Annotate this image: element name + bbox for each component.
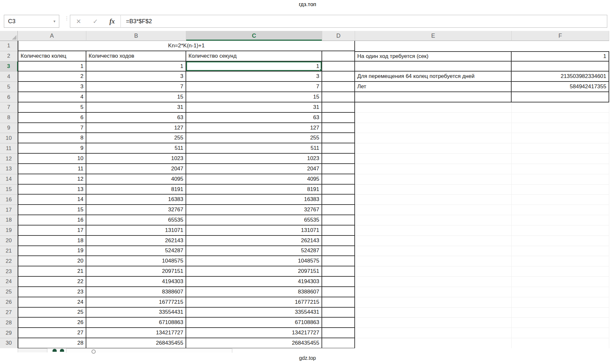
cell-f17[interactable]: [512, 205, 609, 215]
cell-e5[interactable]: Лет: [355, 82, 512, 92]
row-header-1[interactable]: 1: [0, 41, 18, 51]
cell-c20[interactable]: 262143: [186, 236, 322, 246]
cell-e9[interactable]: [355, 123, 512, 133]
cell-b16[interactable]: 16383: [86, 195, 186, 205]
cell-f14[interactable]: [512, 174, 609, 185]
cell-c4[interactable]: 3: [186, 72, 322, 82]
row-header-12[interactable]: 12: [0, 154, 18, 164]
row-header-2[interactable]: 2: [0, 51, 18, 62]
cell-b5[interactable]: 7: [86, 82, 186, 92]
cell-a6[interactable]: 4: [18, 92, 86, 102]
row-header-27[interactable]: 27: [0, 308, 18, 318]
cell-c9[interactable]: 127: [186, 123, 322, 133]
cell-b29[interactable]: 134217727: [86, 328, 186, 338]
cell-e3[interactable]: [355, 62, 512, 72]
column-header-d[interactable]: D: [322, 31, 355, 41]
cell-d17[interactable]: [322, 205, 355, 215]
cell-c7[interactable]: 31: [186, 102, 322, 113]
cell-c24[interactable]: 4194303: [186, 277, 322, 287]
cell-d29[interactable]: [322, 328, 355, 338]
cell-f11[interactable]: [512, 143, 609, 154]
cell-e4[interactable]: Для перемещения 64 колец потребуется дне…: [355, 72, 512, 82]
cell-d15[interactable]: [322, 185, 355, 195]
cell-a29[interactable]: 27: [18, 328, 86, 338]
cell-f2[interactable]: 1: [512, 51, 609, 62]
cell-d16[interactable]: [322, 195, 355, 205]
cell-d30[interactable]: [322, 338, 355, 349]
cell-d4[interactable]: [322, 72, 355, 82]
row-header-29[interactable]: 29: [0, 328, 18, 338]
row-header-16[interactable]: 16: [0, 195, 18, 205]
row-header-9[interactable]: 9: [0, 123, 18, 133]
cell-b10[interactable]: 255: [86, 133, 186, 143]
row-header-24[interactable]: 24: [0, 277, 18, 287]
cell-b19[interactable]: 131071: [86, 225, 186, 236]
column-header-c[interactable]: C: [186, 31, 322, 41]
row-header-6[interactable]: 6: [0, 92, 18, 102]
cell-e11[interactable]: [355, 143, 512, 154]
cell-e8[interactable]: [355, 113, 512, 123]
selected-cell[interactable]: 1: [186, 62, 322, 72]
cell-f23[interactable]: [512, 266, 609, 277]
cell-a18[interactable]: 16: [18, 215, 86, 225]
cell-d25[interactable]: [322, 287, 355, 297]
cell-b15[interactable]: 8191: [86, 185, 186, 195]
cell-d20[interactable]: [322, 236, 355, 246]
cell-d5[interactable]: [322, 82, 355, 92]
cell-c21[interactable]: 524287: [186, 246, 322, 256]
cell-e22[interactable]: [355, 256, 512, 266]
row-header-8[interactable]: 8: [0, 113, 18, 123]
cell-d27[interactable]: [322, 308, 355, 318]
cell-b7[interactable]: 31: [86, 102, 186, 113]
cell-e21[interactable]: [355, 246, 512, 256]
cell-b12[interactable]: 1023: [86, 154, 186, 164]
cell-d14[interactable]: [322, 174, 355, 185]
cell-c23[interactable]: 2097151: [186, 266, 322, 277]
cell-a4[interactable]: 2: [18, 72, 86, 82]
cell-d9[interactable]: [322, 123, 355, 133]
cell-c26[interactable]: 16777215: [186, 297, 322, 308]
cell-b8[interactable]: 63: [86, 113, 186, 123]
cell-a19[interactable]: 17: [18, 225, 86, 236]
cell-f12[interactable]: [512, 154, 609, 164]
cell-a14[interactable]: 12: [18, 174, 86, 185]
row-header-25[interactable]: 25: [0, 287, 18, 297]
cell-c17[interactable]: 32767: [186, 205, 322, 215]
cell-c16[interactable]: 16383: [186, 195, 322, 205]
cell-d7[interactable]: [322, 102, 355, 113]
column-header-f[interactable]: F: [512, 31, 609, 41]
row-header-18[interactable]: 18: [0, 215, 18, 225]
cell-f26[interactable]: [512, 297, 609, 308]
cell-c12[interactable]: 1023: [186, 154, 322, 164]
cell-a5[interactable]: 3: [18, 82, 86, 92]
cell-e23[interactable]: [355, 266, 512, 277]
cell-d18[interactable]: [322, 215, 355, 225]
cell-f29[interactable]: [512, 328, 609, 338]
cell-c10[interactable]: 255: [186, 133, 322, 143]
cell-d23[interactable]: [322, 266, 355, 277]
cell-a25[interactable]: 23: [18, 287, 86, 297]
cell-b13[interactable]: 2047: [86, 164, 186, 174]
cell-e24[interactable]: [355, 277, 512, 287]
cell-a11[interactable]: 9: [18, 143, 86, 154]
cell-f22[interactable]: [512, 256, 609, 266]
cell-c30[interactable]: 268435455: [186, 338, 322, 349]
cell-f19[interactable]: [512, 225, 609, 236]
cell-b25[interactable]: 8388607: [86, 287, 186, 297]
cell-b24[interactable]: 4194303: [86, 277, 186, 287]
cell-f8[interactable]: [512, 113, 609, 123]
cell-a24[interactable]: 22: [18, 277, 86, 287]
cell-a23[interactable]: 21: [18, 266, 86, 277]
enter-button[interactable]: ✓: [87, 18, 104, 25]
cell-f24[interactable]: [512, 277, 609, 287]
cell-c5[interactable]: 7: [186, 82, 322, 92]
cell-a3[interactable]: 1: [18, 62, 86, 72]
cell-e12[interactable]: [355, 154, 512, 164]
cell-f21[interactable]: [512, 246, 609, 256]
add-sheet-button[interactable]: [91, 350, 96, 354]
row-header-15[interactable]: 15: [0, 185, 18, 195]
row-header-21[interactable]: 21: [0, 246, 18, 256]
row-header-11[interactable]: 11: [0, 143, 18, 154]
cell-c2[interactable]: Количество секунд: [186, 51, 322, 62]
cell-e15[interactable]: [355, 185, 512, 195]
